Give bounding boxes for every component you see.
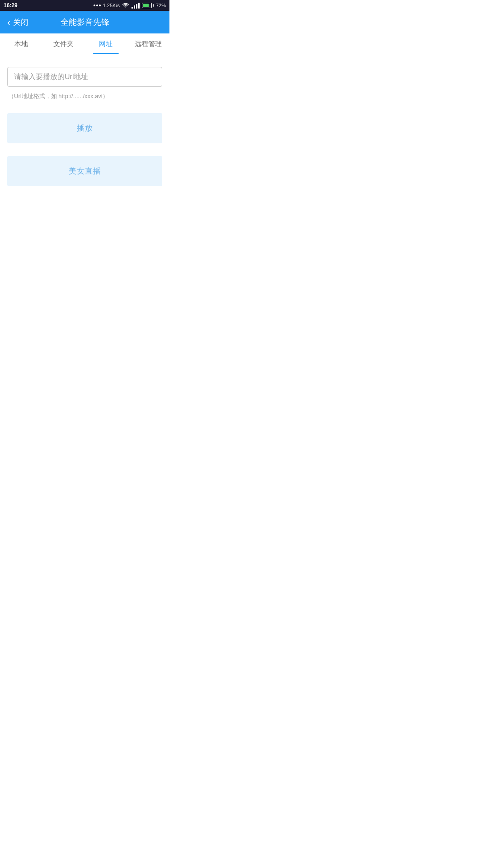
- tab-remote[interactable]: 远程管理: [127, 33, 169, 54]
- back-button[interactable]: ‹ 关闭: [7, 17, 39, 28]
- url-hint: （Url地址格式，如 http://....../xxx.avi）: [7, 92, 162, 100]
- signal-bars-icon: [131, 2, 140, 9]
- url-input[interactable]: [14, 73, 155, 81]
- play-button[interactable]: 播放: [7, 113, 162, 143]
- chevron-left-icon: ‹: [7, 18, 10, 27]
- signal-dots-icon: [94, 5, 101, 6]
- nav-bar: ‹ 关闭 全能影音先锋: [0, 11, 169, 33]
- wifi-icon: [122, 3, 129, 8]
- url-input-container: [7, 67, 162, 87]
- status-bar: 16:29 1.25K/s 72%: [0, 0, 169, 11]
- tab-bar: 本地 文件夹 网址 远程管理: [0, 33, 169, 54]
- back-label: 关闭: [13, 17, 28, 28]
- page-title: 全能影音先锋: [61, 17, 109, 28]
- status-time: 16:29: [4, 2, 18, 9]
- network-speed: 1.25K/s: [103, 3, 120, 8]
- battery-icon: [142, 3, 154, 8]
- tab-url[interactable]: 网址: [85, 33, 127, 54]
- main-content: （Url地址格式，如 http://....../xxx.avi） 播放 美女直…: [0, 54, 169, 195]
- live-button[interactable]: 美女直播: [7, 156, 162, 186]
- battery-percent: 72%: [156, 3, 166, 8]
- tab-local[interactable]: 本地: [0, 33, 42, 54]
- status-right: 1.25K/s 72%: [94, 2, 166, 9]
- tab-folder[interactable]: 文件夹: [42, 33, 85, 54]
